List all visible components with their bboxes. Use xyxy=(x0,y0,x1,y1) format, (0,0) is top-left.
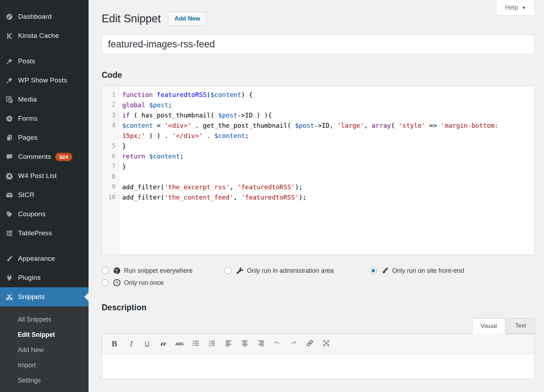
add-new-button[interactable]: Add New xyxy=(168,12,206,26)
scope-option-label: Only run once xyxy=(124,279,164,287)
code-editor[interactable]: 12345678910 function featuredtoRSS($cont… xyxy=(102,86,535,255)
globe-icon xyxy=(113,267,121,275)
align-center-button[interactable] xyxy=(237,337,253,351)
sidebar-item-appearance[interactable]: Appearance xyxy=(0,249,89,268)
envelope-icon xyxy=(5,191,13,199)
sidebar-item-pages[interactable]: Pages xyxy=(0,128,89,147)
line-number: 2 xyxy=(102,100,115,110)
sidebar-item-label: Plugins xyxy=(18,274,41,282)
sidebar-item-kinsta-cache[interactable]: Kinsta Cache xyxy=(0,26,89,45)
undo-button xyxy=(269,337,285,351)
sidebar-item-comments[interactable]: Comments524 xyxy=(0,147,89,166)
radio-run-once[interactable] xyxy=(102,279,109,286)
editor-toolbar: BIU“ABC123 xyxy=(102,334,534,354)
align-left-button[interactable] xyxy=(220,337,237,351)
underline-button[interactable]: U xyxy=(139,337,155,351)
strikethrough-button[interactable]: ABC xyxy=(171,337,188,351)
tab-visual[interactable]: Visual xyxy=(472,318,505,334)
insert-link-icon xyxy=(306,339,314,348)
line-number: 9 xyxy=(102,182,115,192)
scope-option-label: Run snippet everywhere xyxy=(124,267,193,275)
fullscreen-button[interactable] xyxy=(318,337,334,351)
scope-option-label: Only run on site front-end xyxy=(392,267,464,275)
brush-icon xyxy=(5,254,13,263)
strikethrough-icon: ABC xyxy=(175,342,184,346)
help-label: Help xyxy=(505,4,518,11)
line-number: 5 xyxy=(102,141,115,151)
radio-everywhere[interactable] xyxy=(102,267,109,274)
sidebar-item-label: Comments xyxy=(18,153,51,161)
sidebar-item-forms[interactable]: Forms xyxy=(0,109,89,128)
sidebar-item-dashboard[interactable]: Dashboard xyxy=(0,7,89,26)
sidebar-item-snippets[interactable]: Snippets xyxy=(0,287,89,306)
page-header: Edit Snippet Add New xyxy=(102,0,535,26)
main-content: Help ▼ Edit Snippet Add New Code 1234567… xyxy=(89,0,544,392)
sidebar-item-tablepress[interactable]: TablePress xyxy=(0,224,89,243)
line-number: 4 xyxy=(102,120,115,131)
redo-icon xyxy=(290,339,298,348)
fullscreen-icon xyxy=(322,339,330,348)
sidebar-item-plugins[interactable]: Plugins xyxy=(0,268,89,287)
italic-button[interactable]: I xyxy=(123,337,139,351)
sidebar-item-posts[interactable]: Posts xyxy=(0,52,89,71)
submenu-item-import[interactable]: Import xyxy=(0,358,89,373)
chevron-down-icon: ▼ xyxy=(522,5,526,10)
sidebar-item-stcr[interactable]: StCR xyxy=(0,185,89,204)
radio-front-end[interactable] xyxy=(370,267,377,274)
code-gutter: 12345678910 xyxy=(102,86,119,254)
clock-icon xyxy=(113,279,121,287)
sidebar-item-label: Dashboard xyxy=(18,13,52,21)
undo-icon xyxy=(273,339,281,348)
tab-text[interactable]: Text xyxy=(507,318,535,334)
line-number: 1 xyxy=(102,90,115,100)
blockquote-icon: “ xyxy=(160,339,167,348)
code-line: add_filter('the_excerpt_rss', 'featuredt… xyxy=(122,182,534,192)
redo-button xyxy=(285,337,302,351)
forms-icon xyxy=(5,114,13,123)
sidebar-item-label: Posts xyxy=(18,57,35,65)
code-line: $content = '<div>' . get_the_post_thumbn… xyxy=(122,120,534,131)
table-icon xyxy=(5,229,13,237)
underline-icon: U xyxy=(144,340,149,348)
sidebar-item-coupons[interactable]: Coupons xyxy=(0,204,89,224)
scope-option-everywhere[interactable]: Run snippet everywhere xyxy=(102,267,225,275)
kinsta-icon xyxy=(5,31,13,40)
editor-tabs: VisualText xyxy=(102,318,535,334)
bulleted-list-button[interactable] xyxy=(188,337,204,351)
submenu-item-settings[interactable]: Settings xyxy=(0,373,89,388)
admin-sidebar: DashboardKinsta CachePostsWP Show PostsM… xyxy=(0,0,89,392)
sidebar-item-wp-show-posts[interactable]: WP Show Posts xyxy=(0,71,89,90)
insert-link-button[interactable] xyxy=(302,337,318,351)
dashboard-icon xyxy=(5,12,13,21)
sidebar-item-label: Media xyxy=(18,96,37,103)
help-button[interactable]: Help ▼ xyxy=(496,0,535,16)
code-heading: Code xyxy=(102,70,535,80)
wrench-icon xyxy=(236,267,244,275)
submenu-item-edit-snippet[interactable]: Edit Snippet xyxy=(0,327,89,342)
sidebar-item-label: WP Show Posts xyxy=(18,76,67,84)
radio-admin-area[interactable] xyxy=(225,267,232,274)
scope-option-run-once[interactable]: Only run once xyxy=(102,279,225,287)
align-right-button[interactable] xyxy=(253,337,269,351)
submenu-item-all-snippets[interactable]: All Snippets xyxy=(0,312,89,327)
submenu-item-add-new[interactable]: Add New xyxy=(0,342,89,358)
align-left-icon xyxy=(225,339,232,348)
line-number: 6 xyxy=(102,151,115,161)
scope-option-admin-area[interactable]: Only run in administration area xyxy=(225,267,370,275)
line-number: 8 xyxy=(102,172,115,182)
numbered-list-button[interactable]: 123 xyxy=(204,337,220,351)
sidebar-item-label: TablePress xyxy=(18,229,52,237)
bold-button[interactable]: B xyxy=(106,337,123,351)
sidebar-item-label: Appearance xyxy=(18,255,55,263)
sidebar-item-w4-post-list[interactable]: W4 Post List xyxy=(0,166,89,185)
snippet-title-input[interactable] xyxy=(102,35,535,54)
scope-option-front-end[interactable]: Only run on site front-end xyxy=(370,267,535,275)
sidebar-item-label: Snippets xyxy=(18,293,45,301)
wordpress-admin-screen: DashboardKinsta CachePostsWP Show PostsM… xyxy=(0,0,544,392)
description-editor-body[interactable] xyxy=(102,354,534,379)
pin-icon xyxy=(5,57,13,65)
sidebar-item-label: W4 Post List xyxy=(18,172,57,180)
blockquote-button[interactable]: “ xyxy=(155,337,171,351)
sidebar-item-label: Coupons xyxy=(18,210,45,218)
sidebar-item-media[interactable]: Media xyxy=(0,90,89,109)
